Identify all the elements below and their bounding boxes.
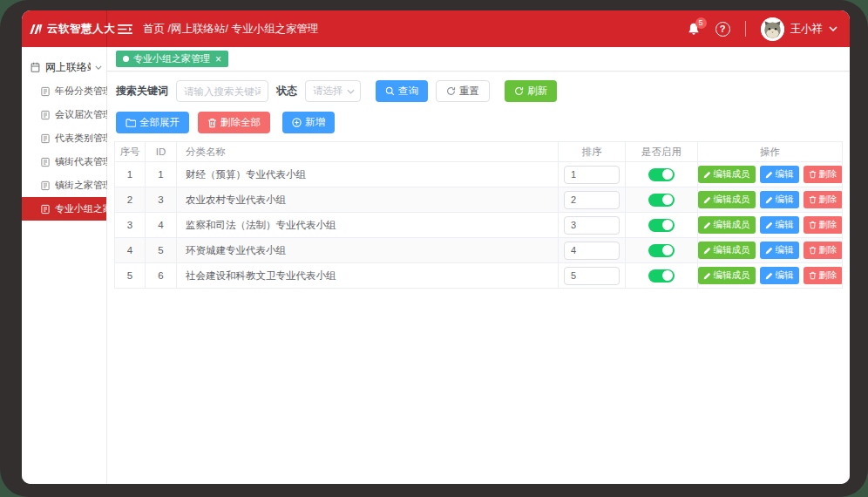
sort-input[interactable] bbox=[564, 191, 620, 209]
col-header-id: ID bbox=[146, 142, 177, 161]
table-row: 5 6 社会建设和科教文卫专业代表小组 编辑成员 编辑 删除 bbox=[115, 263, 842, 289]
tabs-bar: 专业小组之家管理 × bbox=[107, 47, 850, 71]
edit-members-button[interactable]: 编辑成员 bbox=[698, 191, 756, 208]
notification-badge: 5 bbox=[695, 17, 707, 29]
edit-button[interactable]: 编辑 bbox=[760, 216, 799, 234]
sidebar-item-label: 年份分类管理 bbox=[55, 85, 112, 98]
document-icon bbox=[40, 180, 51, 191]
edit-button[interactable]: 编辑 bbox=[760, 242, 799, 259]
sort-input[interactable] bbox=[564, 242, 620, 260]
table-toolbar: 全部展开 删除全部 新增 bbox=[107, 108, 850, 141]
keyword-input[interactable] bbox=[176, 80, 268, 102]
delete-button[interactable]: 删除 bbox=[804, 242, 843, 259]
cell-name: 监察和司法（法制）专业代表小组 bbox=[177, 213, 559, 237]
search-form: 搜索关键词 状态 请选择 查询 重置 刷新 bbox=[107, 71, 850, 108]
status-select-value: 请选择 bbox=[313, 85, 343, 98]
document-icon bbox=[40, 133, 51, 144]
trash-icon bbox=[809, 170, 817, 179]
notifications-button[interactable]: 5 bbox=[687, 22, 701, 37]
pencil-icon bbox=[703, 171, 711, 179]
table-row: 4 5 环资城建专业代表小组 编辑成员 编辑 删除 bbox=[115, 238, 842, 263]
cell-id: 3 bbox=[146, 187, 177, 212]
col-header-name: 分类名称 bbox=[177, 142, 559, 161]
status-label: 状态 bbox=[276, 84, 297, 99]
sort-input[interactable] bbox=[564, 166, 620, 184]
enable-toggle[interactable] bbox=[648, 168, 675, 181]
search-icon bbox=[385, 86, 395, 96]
delete-button[interactable]: 删除 bbox=[804, 166, 843, 183]
table-row: 3 4 监察和司法（法制）专业代表小组 编辑成员 编辑 删除 bbox=[115, 213, 842, 238]
app-title: 云软智慧人大 bbox=[47, 22, 115, 37]
pencil-icon bbox=[765, 272, 773, 280]
add-button[interactable]: 新增 bbox=[282, 112, 335, 133]
sidebar-item-pro-group-home[interactable]: 专业小组之家管理 bbox=[22, 197, 106, 221]
status-select[interactable]: 请选择 bbox=[305, 80, 361, 102]
enable-toggle[interactable] bbox=[648, 269, 675, 283]
main-content: 专业小组之家管理 × 搜索关键词 状态 请选择 查询 bbox=[107, 47, 850, 484]
enable-toggle[interactable] bbox=[648, 194, 675, 207]
sidebar-item-town-rep[interactable]: 镇街代表管理 bbox=[22, 150, 106, 174]
delete-button[interactable]: 删除 bbox=[804, 216, 843, 234]
header-divider bbox=[745, 21, 746, 37]
pencil-icon bbox=[703, 247, 711, 255]
cell-id: 5 bbox=[146, 238, 177, 262]
refresh-button[interactable]: 刷新 bbox=[505, 80, 557, 102]
cell-name: 环资城建专业代表小组 bbox=[177, 238, 559, 262]
user-menu[interactable]: 王小祥 bbox=[761, 17, 838, 41]
edit-button[interactable]: 编辑 bbox=[760, 191, 799, 208]
edit-members-button[interactable]: 编辑成员 bbox=[698, 216, 756, 234]
edit-button[interactable]: 编辑 bbox=[760, 166, 799, 183]
help-button[interactable]: ? bbox=[715, 22, 730, 37]
keyword-label: 搜索关键词 bbox=[116, 84, 168, 99]
sidebar: 网上联络站 年份分类管理 会议届次管理 代表类别管理 镇街代表管理 镇 bbox=[22, 47, 107, 484]
collapse-sidebar-icon[interactable] bbox=[118, 24, 132, 35]
delete-button[interactable]: 删除 bbox=[804, 191, 843, 208]
delete-button[interactable]: 删除 bbox=[804, 267, 843, 284]
expand-all-button[interactable]: 全部展开 bbox=[116, 112, 189, 133]
sidebar-item-year-category[interactable]: 年份分类管理 bbox=[22, 79, 106, 103]
enable-toggle[interactable] bbox=[648, 219, 675, 232]
sidebar-group-online-station[interactable]: 网上联络站 bbox=[22, 55, 106, 79]
tab-pro-group-home[interactable]: 专业小组之家管理 × bbox=[116, 51, 228, 67]
enable-toggle[interactable] bbox=[648, 244, 675, 257]
sidebar-item-town-home[interactable]: 镇街之家管理 bbox=[22, 174, 106, 197]
edit-members-button[interactable]: 编辑成员 bbox=[698, 166, 756, 183]
username: 王小祥 bbox=[790, 22, 824, 37]
sort-input[interactable] bbox=[564, 267, 620, 285]
plus-circle-icon bbox=[292, 118, 302, 127]
reset-button[interactable]: 重置 bbox=[436, 80, 490, 102]
folder-icon bbox=[125, 119, 136, 127]
document-icon bbox=[40, 204, 51, 214]
sidebar-item-session-mgmt[interactable]: 会议届次管理 bbox=[22, 103, 106, 126]
pencil-icon bbox=[765, 221, 773, 229]
chevron-down-icon bbox=[347, 89, 355, 94]
cell-name: 财经（预算）专业代表小组 bbox=[177, 162, 559, 187]
edit-members-button[interactable]: 编辑成员 bbox=[698, 267, 756, 284]
trash-icon bbox=[809, 271, 817, 280]
query-button[interactable]: 查询 bbox=[376, 80, 428, 102]
edit-members-button[interactable]: 编辑成员 bbox=[698, 242, 756, 259]
edit-button[interactable]: 编辑 bbox=[760, 267, 799, 284]
table-header-row: 序号 ID 分类名称 排序 是否启用 操作 bbox=[115, 142, 842, 162]
breadcrumb[interactable]: 首页 /网上联络站/ 专业小组之家管理 bbox=[143, 22, 318, 37]
sidebar-item-rep-category[interactable]: 代表类别管理 bbox=[22, 126, 106, 150]
pencil-icon bbox=[703, 221, 711, 229]
notebook-icon bbox=[30, 62, 41, 73]
cell-name: 农业农村专业代表小组 bbox=[177, 187, 559, 212]
trash-icon bbox=[809, 221, 817, 229]
refresh-icon bbox=[514, 86, 524, 96]
breadcrumb-area: 首页 /网上联络站/ 专业小组之家管理 bbox=[107, 10, 687, 47]
sidebar-item-label: 镇街之家管理 bbox=[55, 179, 112, 192]
pencil-icon bbox=[703, 196, 711, 204]
close-tab-icon[interactable]: × bbox=[215, 54, 221, 65]
document-icon bbox=[40, 110, 51, 120]
col-header-index: 序号 bbox=[115, 142, 146, 161]
col-header-actions: 操作 bbox=[698, 142, 842, 161]
chevron-down-icon bbox=[95, 65, 102, 70]
delete-all-button[interactable]: 删除全部 bbox=[198, 112, 270, 133]
app-window: 云软智慧人大 首页 /网上联络站/ 专业小组之家管理 5 ? bbox=[22, 10, 850, 484]
avatar bbox=[761, 17, 784, 41]
data-table: 序号 ID 分类名称 排序 是否启用 操作 1 1 财经（预算）专业代表小组 编… bbox=[114, 141, 843, 289]
sort-input[interactable] bbox=[564, 216, 620, 235]
pencil-icon bbox=[765, 247, 773, 255]
